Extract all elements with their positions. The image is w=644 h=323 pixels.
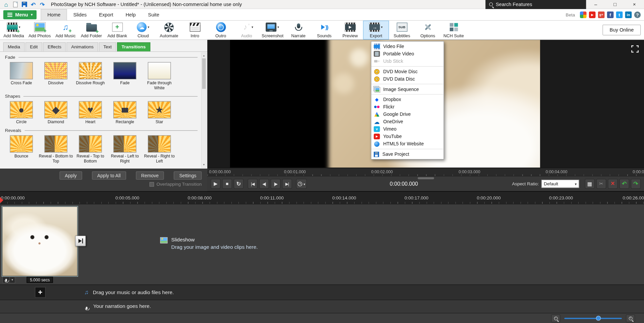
export-menu-item-youtube[interactable]: YouTube xyxy=(371,133,444,140)
splitter-handle[interactable] xyxy=(418,177,434,179)
transition-fade[interactable]: Fade xyxy=(108,62,142,90)
zoom-slider-handle[interactable] xyxy=(596,316,601,321)
timeline-clip-cat[interactable]: 5.000 secs xyxy=(2,206,78,277)
toolbar-button-automate[interactable]: ▾ Automate xyxy=(156,20,182,39)
export-menu-item-save-project[interactable]: Save Project xyxy=(371,150,444,158)
zoom-in-button[interactable] xyxy=(626,314,635,322)
save-icon[interactable] xyxy=(21,2,27,7)
narration-track[interactable]: Your narration goes here. xyxy=(0,300,644,313)
export-menu-item-flickr[interactable]: Flickr xyxy=(371,103,444,110)
fit-to-frame-button[interactable] xyxy=(585,179,595,189)
menu-tab-help[interactable]: Help xyxy=(119,9,142,20)
menu-tab-slides[interactable]: Slides xyxy=(67,9,93,20)
toolbar-button-subtitles[interactable]: ▾ Subtitles xyxy=(389,20,415,39)
add-audio-button[interactable] xyxy=(35,287,46,298)
panel-tab-text[interactable]: Text xyxy=(99,42,116,51)
export-menu-item-dvd-data-disc[interactable]: DVD Data Disc xyxy=(371,75,444,83)
toolbar-button-audio[interactable]: ▾ Audio xyxy=(234,20,260,39)
go-to-start-button[interactable] xyxy=(248,179,257,189)
transition-dissolve-rough[interactable]: Dissolve Rough xyxy=(73,62,108,90)
toolbar-button-nch-suite[interactable]: ▾ NCH Suite xyxy=(441,20,467,39)
export-menu-item-dvd-movie-disc[interactable]: DVD Movie Disc xyxy=(371,68,444,75)
toolbar-button-screenshot[interactable]: ▾ Screenshot xyxy=(260,20,285,39)
slideshow-track[interactable]: 5.000 secs ▾ Slideshow Drag your image a… xyxy=(0,204,644,284)
feature-search-box[interactable] xyxy=(485,0,586,9)
toolbar-button-export[interactable]: ▾ Export xyxy=(363,20,389,39)
chevron-down-icon[interactable]: ▾ xyxy=(10,277,15,283)
buy-online-button[interactable]: Buy Online xyxy=(603,25,641,35)
minimize-button[interactable]: – xyxy=(586,0,605,9)
menu-tab-suite[interactable]: Suite xyxy=(142,9,165,20)
export-menu-item-dropbox[interactable]: Dropbox xyxy=(371,96,444,103)
undo-icon[interactable] xyxy=(30,1,37,8)
playhead-marker[interactable] xyxy=(0,197,3,204)
previous-frame-button[interactable] xyxy=(259,179,269,189)
transition-diamond[interactable]: Diamond xyxy=(39,101,73,125)
toolbar-button-add-media[interactable]: ▾ Add Media xyxy=(1,20,26,39)
go-to-end-button[interactable] xyxy=(282,179,292,189)
close-button[interactable]: × xyxy=(625,0,644,9)
zoom-slider[interactable] xyxy=(564,315,622,321)
toolbar-button-cloud[interactable]: ▾ Cloud xyxy=(130,20,156,39)
redo-icon[interactable] xyxy=(39,1,46,8)
delete-clip-button[interactable] xyxy=(608,179,618,189)
play-button[interactable] xyxy=(211,179,220,189)
scroll-down-icon[interactable]: ▼ xyxy=(202,163,206,168)
aspect-ratio-select[interactable]: Default xyxy=(541,180,579,188)
microphone-icon[interactable] xyxy=(2,277,10,283)
search-input[interactable] xyxy=(496,1,582,7)
export-menu-item-video-file[interactable]: Video File xyxy=(371,43,444,50)
remove[interactable]: Remove xyxy=(136,172,164,180)
panel-tab-transitions[interactable]: Transitions xyxy=(117,42,150,51)
apps-grid-icon[interactable] xyxy=(580,11,587,18)
stop-button[interactable] xyxy=(222,179,232,189)
zoom-out-button[interactable] xyxy=(551,314,560,322)
apply[interactable]: Apply xyxy=(59,172,82,180)
panel-tab-media[interactable]: Media xyxy=(3,42,25,51)
facebook-icon[interactable] xyxy=(607,11,614,18)
transition-reveal-bottom-to-top[interactable]: Reveal - Bottom to Top xyxy=(39,135,73,164)
panel-tab-edit[interactable]: Edit xyxy=(25,42,42,51)
export-menu-item-portable-video[interactable]: Portable Video xyxy=(371,50,444,57)
export-menu-item-vimeo[interactable]: Vimeo xyxy=(371,125,444,133)
transition-reveal-top-to-bottom[interactable]: Reveal - Top to Bottom xyxy=(73,135,108,164)
transition-reveal-right-to-left[interactable]: Reveal - Right to Left xyxy=(142,135,177,164)
timeline-ruler[interactable]: 0:00:00.0000:00:05.0000:00:08.0000:00:11… xyxy=(0,191,644,204)
settings[interactable]: Settings xyxy=(174,172,202,180)
menu-button[interactable]: Menu ▾ xyxy=(3,10,37,19)
help-icon[interactable] xyxy=(634,11,641,18)
next-frame-button[interactable] xyxy=(271,179,280,189)
export-menu-item-html5-for-website[interactable]: HTML5 for Website xyxy=(371,140,444,148)
transition-rectangle[interactable]: Rectangle xyxy=(108,101,142,125)
overlapping-transition-checkbox[interactable] xyxy=(150,182,154,186)
export-menu-item[interactable] xyxy=(371,149,444,149)
transition-slot-button[interactable] xyxy=(75,236,86,246)
rotate-left-button[interactable] xyxy=(620,179,629,189)
preview-ruler[interactable]: 0:00:00.0000:00:01.0000:00:02.0000:00:03… xyxy=(207,168,644,176)
home-icon[interactable] xyxy=(3,1,10,8)
linkedin-icon[interactable] xyxy=(625,11,632,18)
rotate-right-button[interactable] xyxy=(631,179,641,189)
split-clip-button[interactable] xyxy=(596,179,606,189)
panel-tab-animations[interactable]: Animations xyxy=(67,42,98,51)
twitter-icon[interactable] xyxy=(616,11,623,18)
toolbar-button-options[interactable]: ▾ Options xyxy=(415,20,441,39)
export-menu-item-google-drive[interactable]: Google Drive xyxy=(371,110,444,118)
toolbar-button-outro[interactable]: ▾ Outro xyxy=(208,20,234,39)
transition-reveal-left-to-right[interactable]: Reveal - Left to Right xyxy=(108,135,142,164)
apply-to-all[interactable]: Apply to All xyxy=(92,172,126,180)
toolbar-button-narrate[interactable]: ▾ Narrate xyxy=(285,20,311,39)
duration-button[interactable] xyxy=(296,179,307,189)
menu-tab-home[interactable]: Home xyxy=(41,9,67,20)
transition-star[interactable]: Star xyxy=(142,101,177,125)
transition-circle[interactable]: Circle xyxy=(4,101,39,125)
panel-scrollbar[interactable]: ▲ ▼ xyxy=(201,53,207,168)
toolbar-button-intro[interactable]: ▾ Intro xyxy=(182,20,208,39)
export-menu-item[interactable] xyxy=(371,94,444,94)
audio-track[interactable]: Drag your music or audio files here. xyxy=(0,284,644,299)
toolbar-button-preview[interactable]: ▾ Preview xyxy=(337,20,363,39)
fullscreen-icon[interactable] xyxy=(631,45,639,53)
export-menu-item[interactable] xyxy=(371,84,444,84)
export-menu-item-onedrive[interactable]: OneDrive xyxy=(371,118,444,125)
menu-tab-export[interactable]: Export xyxy=(93,9,119,20)
